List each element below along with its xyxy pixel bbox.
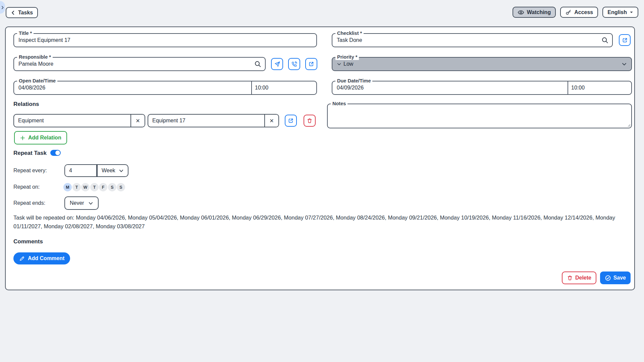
day-chip-tuesday[interactable]: T [72,183,81,191]
repeat-ends-select[interactable]: Never [64,196,99,210]
task-detail-screen: Tasks Watching Access English Title * [0,0,644,362]
external-link-icon [288,118,294,124]
delete-label: Delete [575,275,591,281]
comments-heading: Comments [13,238,43,245]
watching-label: Watching [527,9,551,15]
language-label: English [607,9,627,15]
topbar-right-group: Watching Access English [513,7,638,18]
chevron-down-icon [622,61,627,67]
repeat-every-input[interactable] [65,165,96,176]
relation-type-value[interactable]: Equipment [14,115,130,127]
call-button[interactable] [288,58,300,70]
checklist-field: Checklist * [332,33,613,47]
field-divider [251,81,252,95]
watching-button[interactable]: Watching [513,7,556,18]
add-relation-button[interactable]: Add Relation [14,131,67,144]
chevron-down-icon [337,62,341,66]
responsible-field: Responsible * [13,57,266,71]
due-datetime-field: Due Date/Time [332,81,632,95]
add-relation-label: Add Relation [28,135,61,141]
search-icon[interactable] [254,61,261,68]
resize-handle-icon[interactable] [627,123,631,127]
chevron-left-icon [11,10,15,15]
priority-field[interactable]: Priority * Low [332,57,632,71]
due-time-input[interactable] [567,81,631,94]
checklist-input[interactable] [332,34,612,47]
repeat-every-combo: Week [64,164,128,177]
relation-type-box: Equipment ✕ [13,114,145,127]
title-field: Title * [13,33,317,47]
pencil-icon [19,256,25,261]
back-to-tasks-label: Tasks [18,10,33,16]
add-comment-button[interactable]: Add Comment [13,252,70,264]
priority-label: Priority * [335,54,359,60]
toggle-knob [55,150,60,155]
day-chip-thursday[interactable]: T [90,183,99,191]
notes-textarea[interactable] [328,104,631,128]
repeat-ends-value: Never [70,200,84,206]
caret-down-icon [630,10,633,14]
repeat-task-heading: Repeat Task [13,150,47,157]
day-chip-wednesday[interactable]: W [81,183,90,191]
day-chip-friday[interactable]: F [99,183,107,191]
repeat-ends-label: Repeat ends: [13,199,45,207]
priority-value: Low [343,61,353,67]
close-icon[interactable]: ✕ [264,115,278,127]
checklist-label: Checklist * [335,31,364,36]
repeat-task-toggle[interactable] [50,150,61,156]
repeat-unit-value: Week [102,168,115,174]
responsible-label: Responsible * [17,54,53,60]
relation-record-box: Equipment 17 ✕ [148,114,279,127]
title-label: Title * [17,31,34,36]
task-form-card: Title * Checklist * Responsible * [5,26,635,290]
day-chip-sunday[interactable]: S [117,183,125,191]
chevron-down-icon [88,201,93,206]
key-icon [565,9,572,15]
save-label: Save [613,275,626,281]
plus-icon [20,135,25,141]
open-relation-button[interactable] [285,115,297,127]
repeat-every-label: Repeat every: [13,167,47,175]
delete-relation-button[interactable] [304,115,316,127]
chevron-right-icon [1,5,4,10]
phone-call-icon [291,61,298,67]
chevron-down-icon [119,168,124,173]
day-chip-saturday[interactable]: S [108,183,116,191]
repeat-on-label: Repeat on: [13,183,40,191]
search-icon[interactable] [601,37,608,44]
open-responsible-button[interactable] [305,58,317,70]
title-input[interactable] [14,34,316,47]
relation-record-value[interactable]: Equipment 17 [148,115,264,127]
check-circle-icon [605,275,611,281]
delete-button[interactable]: Delete [562,272,596,284]
eye-icon [518,9,524,16]
notes-field: Notes [327,104,632,128]
relations-heading: Relations [13,101,39,108]
trash-icon [307,118,313,124]
add-comment-label: Add Comment [28,255,64,261]
open-checklist-button[interactable] [619,34,631,46]
open-datetime-field: Open Date/Time [13,81,317,95]
send-message-button[interactable] [271,58,283,70]
trash-icon [567,275,573,281]
external-link-icon [622,37,628,43]
sidebar-expand-handle[interactable] [0,1,5,14]
open-time-input[interactable] [251,81,316,94]
open-datetime-label: Open Date/Time [17,78,57,84]
external-link-icon [308,61,314,67]
access-label: Access [574,9,593,15]
access-button[interactable]: Access [560,7,598,18]
repeat-summary-text: Task will be repeated on: Monday 04/06/2… [13,214,615,231]
close-icon[interactable]: ✕ [130,115,145,127]
notes-label: Notes [331,101,347,107]
back-to-tasks-button[interactable]: Tasks [6,7,38,18]
send-icon [274,61,280,67]
field-divider [568,81,568,95]
language-selector[interactable]: English [602,7,638,18]
save-button[interactable]: Save [600,272,631,284]
due-datetime-label: Due Date/Time [335,78,372,84]
day-chip-monday[interactable]: M [63,183,72,191]
repeat-unit-select[interactable]: Week [98,165,128,176]
